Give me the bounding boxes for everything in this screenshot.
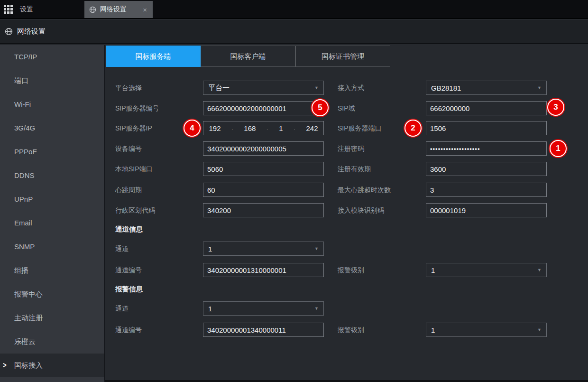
alarm-level-label: 报警级别 [338,263,364,277]
screen: 设置 网络设置 × 网络设置 TCP/IP 端口 Wi-Fi 3G/4G PPP… [0,0,588,382]
access-mode-label: 接入方式 [338,81,364,95]
platform-label: 平台选择 [115,81,142,95]
alarm-channel-id-input[interactable] [203,323,324,337]
register-password-label: 注册密码 [338,141,364,156]
chevron-right-icon: > [3,351,7,381]
access-mode-select[interactable]: GB28181 ▼ [426,81,547,95]
chevron-down-icon: ▼ [537,268,542,272]
alarm-channel-select-value: 1 [208,305,314,313]
sidebar-item-snmp[interactable]: SNMP [0,235,104,259]
content-bottom-strip [105,380,588,382]
access-module-id-input[interactable] [426,203,547,217]
device-id-label: 设备编号 [115,141,142,156]
heartbeat-period-label: 心跳周期 [115,183,142,197]
channel-id-label: 通道编号 [115,263,142,277]
sip-server-ip-input[interactable]: 192 . 168 . 1 . 242 [203,121,324,135]
ip-separator: . [231,125,233,131]
sip-domain-label: SIP域 [338,101,355,115]
callout-badge-2: 2 [404,120,422,137]
close-icon[interactable]: × [142,6,148,14]
sidebar-item-port[interactable]: 端口 [0,69,104,93]
window-tab-label: 网络设置 [100,5,142,14]
sidebar-item-tcpip[interactable]: TCP/IP [0,45,104,69]
alarm-level2-select-value: 1 [431,326,537,334]
sip-server-port-label: SIP服务器端口 [338,121,382,135]
channel-info-section-header: 通道信息 [115,224,143,234]
max-heartbeat-timeout-input[interactable] [426,183,547,197]
tab-gb-client[interactable]: 国标客户端 [201,46,295,67]
callout-badge-1: 1 [550,140,567,157]
alarm-level-select-value: 1 [431,266,537,274]
access-module-id-label: 接入模块识别码 [338,203,384,217]
register-valid-period-input[interactable] [426,162,547,176]
device-id-input[interactable] [203,141,324,156]
topbar: 设置 网络设置 × [0,0,588,19]
local-sip-port-label: 本地SIP端口 [115,162,153,176]
sip-server-ip-label: SIP服务器IP [115,121,152,135]
admin-region-code-input[interactable] [203,203,324,217]
ip-octet-2[interactable]: 168 [244,124,256,132]
callout-badge-3: 3 [547,99,564,116]
sidebar-item-wifi[interactable]: Wi-Fi [0,93,104,116]
sidebar-item-ddns[interactable]: DDNS [0,164,104,187]
sidebar-item-lechange-cloud[interactable]: 乐橙云 [0,330,104,354]
ip-octet-4[interactable]: 242 [306,124,318,132]
window-tab-network-settings[interactable]: 网络设置 × [84,1,153,18]
chevron-down-icon: ▼ [314,246,319,251]
sidebar-item-auto-register[interactable]: 主动注册 [0,306,104,330]
alarm-level2-select[interactable]: 1 ▼ [426,323,547,337]
globe-icon [5,28,13,36]
ip-octet-3[interactable]: 1 [279,124,283,132]
alarm-channel-label: 通道 [115,301,129,316]
channel-select[interactable]: 1 ▼ [203,242,324,256]
sidebar-item-upnp[interactable]: UPnP [0,187,104,211]
sip-server-id-label: SIP服务器编号 [115,101,159,115]
admin-region-code-label: 行政区划代码 [115,203,155,217]
channel-label: 通道 [115,242,129,256]
register-valid-period-label: 注册有效期 [338,162,371,176]
local-sip-port-input[interactable] [203,162,324,176]
channel-id-input[interactable] [203,263,324,277]
sidebar-item-label: 国标接入 [14,361,43,369]
chevron-down-icon: ▼ [537,327,542,332]
alarm-info-section-header: 报警信息 [115,284,143,294]
channel-select-value: 1 [208,245,314,253]
alarm-channel-select[interactable]: 1 ▼ [203,301,324,316]
tab-settings[interactable]: 设置 [20,0,33,18]
alarm-channel-id-label: 通道编号 [115,323,142,337]
chevron-down-icon: ▼ [314,85,319,90]
sip-domain-input[interactable] [426,101,547,115]
globe-icon [89,6,96,13]
tab-gb-server[interactable]: 国标服务端 [106,46,201,67]
ip-octet-1[interactable]: 192 [209,124,220,132]
sidebar-item-gb28181-access[interactable]: > 国标接入 [0,354,104,377]
alarm-level2-label: 报警级别 [338,323,364,337]
platform-select[interactable]: 平台一 ▼ [203,81,324,95]
sidebar-item-multicast[interactable]: 组播 [0,259,104,282]
access-mode-select-value: GB28181 [431,84,537,92]
page-title: 网络设置 [17,27,46,36]
tab-gb-cert-management[interactable]: 国标证书管理 [295,46,390,67]
platform-select-value: 平台一 [208,84,314,93]
callout-badge-4: 4 [184,120,201,137]
sidebar-item-pppoe[interactable]: PPPoE [0,140,104,164]
chevron-down-icon: ▼ [314,306,319,311]
sidebar-item-alarm-center[interactable]: 报警中心 [0,282,104,306]
sidebar-item-email[interactable]: Email [0,211,104,235]
ip-separator: . [294,125,295,131]
callout-badge-5: 5 [312,99,329,116]
chevron-down-icon: ▼ [537,85,542,90]
ip-separator: . [266,125,268,131]
page-header: 网络设置 [0,20,588,44]
max-heartbeat-timeout-label: 最大心跳超时次数 [338,183,391,197]
sip-server-port-input[interactable] [426,121,547,135]
alarm-level-select[interactable]: 1 ▼ [426,263,547,277]
sip-server-id-input[interactable] [203,101,324,115]
apps-grid-icon[interactable] [4,5,13,14]
register-password-input[interactable] [426,141,547,156]
sidebar: TCP/IP 端口 Wi-Fi 3G/4G PPPoE DDNS UPnP Em… [0,45,105,382]
heartbeat-period-input[interactable] [203,183,324,197]
sidebar-item-3g4g[interactable]: 3G/4G [0,116,104,140]
